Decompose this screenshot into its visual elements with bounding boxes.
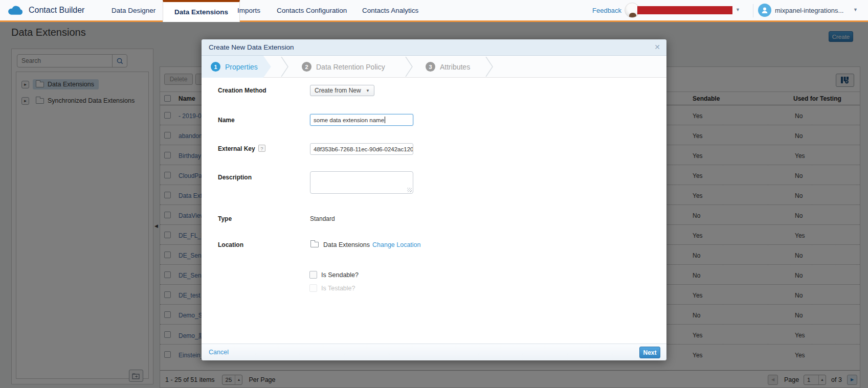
description-textarea[interactable]: [310, 171, 413, 194]
step-number: 1: [211, 62, 220, 72]
name-input-value: some data extension name: [314, 117, 384, 123]
step-chevron-icon: [405, 57, 413, 77]
top-navbar: Contact Builder Data Designer Data Exten…: [0, 0, 868, 22]
step-number: 2: [302, 62, 311, 72]
is-testable-checkbox: [309, 284, 317, 292]
step-number: 3: [426, 62, 435, 72]
nav-item-data-extensions[interactable]: Data Extensions: [163, 0, 240, 22]
type-label: Type: [218, 215, 300, 222]
name-input[interactable]: some data extension name: [310, 114, 413, 126]
step-label: Properties: [225, 63, 258, 71]
nav-item-imports[interactable]: Imports: [237, 0, 260, 20]
name-label: Name: [218, 117, 300, 124]
folder-icon: [310, 242, 319, 247]
is-testable-label: Is Testable?: [321, 285, 355, 292]
is-sendable-label: Is Sendable?: [321, 271, 359, 279]
creation-method-value: Create from New: [315, 87, 361, 94]
external-key-input[interactable]: 48f353b6-7268-11ec-90d6-0242ac1200: [310, 143, 413, 155]
step-properties[interactable]: 1 Properties: [202, 56, 271, 78]
nav-item-data-designer[interactable]: Data Designer: [112, 0, 155, 20]
step-label: Attributes: [440, 63, 470, 71]
location-value: Data Extensions: [323, 241, 370, 248]
account-chevron-down-icon[interactable]: ▼: [853, 7, 858, 12]
step-label: Data Retention Policy: [316, 63, 385, 71]
brand-title: Contact Builder: [29, 6, 84, 15]
chevron-down-icon: ▼: [366, 88, 370, 93]
nav-item-contacts-analytics[interactable]: Contacts Analytics: [362, 0, 418, 20]
wizard-steps: 1 Properties 2 Data Retention Policy 3 A…: [202, 56, 666, 78]
feedback-link[interactable]: Feedback: [592, 0, 621, 20]
modal-footer: Cancel Next: [202, 344, 666, 360]
external-key-value: 48f353b6-7268-11ec-90d6-0242ac1200: [314, 146, 413, 152]
close-icon[interactable]: ✕: [654, 43, 660, 51]
description-label: Description: [218, 174, 300, 181]
redacted-account-block[interactable]: [637, 6, 732, 14]
account-name[interactable]: mixpanel-integrations...: [775, 0, 843, 20]
text-cursor: [385, 117, 385, 123]
step-chevron-icon: [281, 57, 289, 77]
location-label: Location: [218, 241, 300, 248]
type-value: Standard: [310, 215, 335, 222]
help-icon[interactable]: ?: [258, 145, 265, 152]
user-avatar[interactable]: [758, 4, 771, 17]
person-icon: [761, 6, 769, 14]
step-attributes[interactable]: 3 Attributes: [416, 56, 483, 78]
creation-method-dropdown[interactable]: Create from New ▼: [310, 85, 374, 96]
is-sendable-checkbox[interactable]: [309, 271, 317, 279]
next-button[interactable]: Next: [639, 347, 660, 358]
cancel-link[interactable]: Cancel: [209, 349, 229, 356]
app-root: Contact Builder Data Designer Data Exten…: [0, 0, 868, 388]
nav-item-contacts-configuration[interactable]: Contacts Configuration: [277, 0, 347, 20]
change-location-link[interactable]: Change Location: [372, 241, 421, 248]
cloud-logo-icon: [7, 5, 24, 16]
creation-method-label: Creation Method: [218, 87, 300, 94]
step-chevron-icon: [485, 57, 494, 77]
app-brand[interactable]: Contact Builder: [7, 0, 84, 20]
chevron-down-icon[interactable]: ▼: [736, 7, 740, 12]
nav-divider: [753, 4, 753, 17]
resize-handle-icon[interactable]: [407, 188, 412, 192]
step-data-retention-policy[interactable]: 2 Data Retention Policy: [293, 56, 398, 78]
modal-header: Create New Data Extension ✕: [202, 39, 666, 56]
modal-title: Create New Data Extension: [209, 43, 294, 51]
create-data-extension-modal: Create New Data Extension ✕ 1 Properties…: [202, 39, 666, 360]
